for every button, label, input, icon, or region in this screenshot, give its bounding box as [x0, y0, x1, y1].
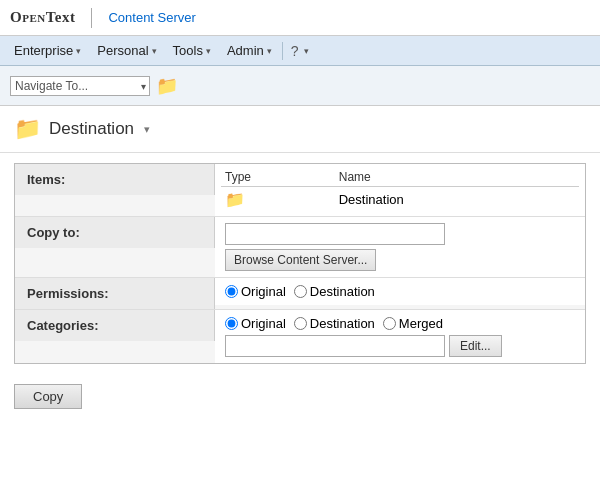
nav-label-personal: Personal — [97, 43, 148, 58]
categories-original-radio[interactable] — [225, 317, 238, 330]
navigate-to-select[interactable]: Navigate To... Enterprise Personal My Fa… — [10, 76, 150, 96]
nav-item-personal[interactable]: Personal ▾ — [89, 39, 164, 62]
main-content: Items: Type Name 📁 Destination — [0, 153, 600, 374]
categories-merged-radio[interactable] — [383, 317, 396, 330]
permissions-original-radio[interactable] — [225, 285, 238, 298]
row-name: Destination — [335, 187, 579, 213]
action-row: Copy — [0, 374, 600, 419]
chevron-down-icon: ▾ — [206, 46, 211, 56]
col-type: Type — [221, 168, 335, 187]
copy-to-row: Copy to: Browse Content Server... — [15, 217, 585, 278]
chevron-down-icon: ▾ — [152, 46, 157, 56]
permissions-value: Original Destination — [215, 278, 585, 305]
permissions-original-option[interactable]: Original — [225, 284, 286, 299]
edit-button[interactable]: Edit... — [449, 335, 502, 357]
col-name: Name — [335, 168, 579, 187]
copy-to-label: Copy to: — [15, 217, 215, 248]
permissions-original-label: Original — [241, 284, 286, 299]
categories-row: Categories: Original Destination Merged — [15, 310, 585, 363]
help-button[interactable]: ? ▾ — [285, 39, 315, 63]
permissions-destination-option[interactable]: Destination — [294, 284, 375, 299]
help-icon: ? — [291, 43, 299, 59]
categories-input[interactable] — [225, 335, 445, 357]
nav-label-tools: Tools — [173, 43, 203, 58]
nav-label-enterprise: Enterprise — [14, 43, 73, 58]
opentext-logo: OpenText — [10, 9, 75, 26]
permissions-destination-radio[interactable] — [294, 285, 307, 298]
categories-merged-label: Merged — [399, 316, 443, 331]
page-title: Destination — [49, 119, 134, 139]
chevron-down-icon: ▾ — [76, 46, 81, 56]
page-title-chevron-icon[interactable]: ▾ — [144, 123, 150, 136]
nav-label-admin: Admin — [227, 43, 264, 58]
categories-original-label: Original — [241, 316, 286, 331]
items-value: Type Name 📁 Destination — [215, 164, 585, 216]
nav-separator — [282, 42, 283, 60]
categories-destination-label: Destination — [310, 316, 375, 331]
copy-button[interactable]: Copy — [14, 384, 82, 409]
toolbar: Navigate To... Enterprise Personal My Fa… — [0, 66, 600, 106]
header-divider — [91, 8, 92, 28]
chevron-down-icon: ▾ — [304, 46, 309, 56]
categories-original-option[interactable]: Original — [225, 316, 286, 331]
items-table: Type Name 📁 Destination — [221, 168, 579, 212]
categories-merged-option[interactable]: Merged — [383, 316, 443, 331]
brand-area: OpenText Content Server — [10, 8, 196, 28]
navigation-bar: Enterprise ▾ Personal ▾ Tools ▾ Admin ▾ … — [0, 36, 600, 66]
categories-destination-radio[interactable] — [294, 317, 307, 330]
permissions-radio-group: Original Destination — [225, 284, 375, 299]
table-row: 📁 Destination — [221, 187, 579, 213]
content-server-link[interactable]: Content Server — [108, 10, 195, 25]
nav-item-admin[interactable]: Admin ▾ — [219, 39, 280, 62]
nav-item-enterprise[interactable]: Enterprise ▾ — [6, 39, 89, 62]
permissions-row: Permissions: Original Destination — [15, 278, 585, 310]
copy-to-value: Browse Content Server... — [215, 217, 585, 277]
nav-item-tools[interactable]: Tools ▾ — [165, 39, 219, 62]
chevron-down-icon: ▾ — [267, 46, 272, 56]
app-header: OpenText Content Server — [0, 0, 600, 36]
browse-content-server-button[interactable]: Browse Content Server... — [225, 249, 376, 271]
page-folder-icon: 📁 — [14, 116, 41, 142]
toolbar-folder-icon[interactable]: 📁 — [156, 75, 178, 97]
form-panel: Items: Type Name 📁 Destination — [14, 163, 586, 364]
page-title-bar: 📁 Destination ▾ — [0, 106, 600, 153]
permissions-destination-label: Destination — [310, 284, 375, 299]
items-row: Items: Type Name 📁 Destination — [15, 164, 585, 217]
navigate-dropdown-wrapper: Navigate To... Enterprise Personal My Fa… — [10, 76, 150, 96]
categories-radio-group: Original Destination Merged — [225, 316, 443, 331]
row-type-icon: 📁 — [221, 187, 335, 213]
categories-destination-option[interactable]: Destination — [294, 316, 375, 331]
permissions-label: Permissions: — [15, 278, 215, 309]
copy-to-input[interactable] — [225, 223, 445, 245]
items-label: Items: — [15, 164, 215, 195]
categories-label: Categories: — [15, 310, 215, 341]
categories-value: Original Destination Merged Edit... — [215, 310, 585, 363]
